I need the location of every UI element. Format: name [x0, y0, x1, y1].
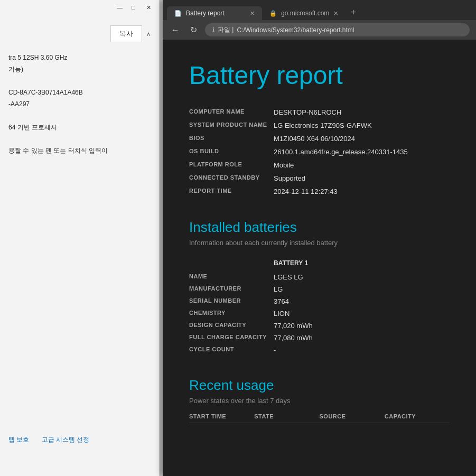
info-value: 26100.1.amd64fre.ge_release.240331-1435 — [274, 145, 450, 158]
info-label: SYSTEM PRODUCT NAME — [189, 119, 274, 132]
refresh-button[interactable]: ↻ — [187, 25, 200, 35]
battery-table: NAMELGES LGMANUFACTURERLGSERIAL NUMBER37… — [189, 271, 450, 356]
spec-line-3 — [8, 76, 151, 86]
info-value: Supported — [274, 172, 450, 185]
system-info-row: SYSTEM PRODUCT NAMELG Electronics 17Z90S… — [189, 119, 450, 132]
battery-col-header: BATTERY 1 — [274, 259, 450, 267]
system-info-row: BIOSM1ZI0450 X64 06/10/2024 — [189, 132, 450, 145]
chevron-icon: ∧ — [146, 31, 151, 38]
battery-info-row: CYCLE COUNT- — [189, 344, 450, 356]
bottom-links: 텝 보호 고급 시스템 선정 — [8, 435, 100, 444]
system-info-row: CONNECTED STANDBYSupported — [189, 172, 450, 185]
back-button[interactable]: ← — [169, 25, 182, 35]
usage-col-state: STATE — [254, 413, 319, 419]
left-panel: — □ ✕ 복사 ∧ tra 5 12SH 3.60 GHz 기능) CD-8A… — [0, 0, 160, 476]
info-value: DESKTOP-N6LROCH — [274, 106, 450, 119]
info-value: 2024-12-11 12:27:43 — [274, 185, 450, 198]
battery-label: SERIAL NUMBER — [189, 295, 274, 307]
battery-value: 77,020 mWh — [274, 320, 450, 332]
tab-close-icon[interactable]: ✕ — [250, 10, 255, 17]
info-value: LG Electronics 17Z90S-GAFWK — [274, 119, 450, 132]
advanced-settings-link[interactable]: 고급 시스템 선정 — [42, 436, 90, 443]
system-info-table: COMPUTER NAMEDESKTOP-N6LROCHSYSTEM PRODU… — [189, 106, 450, 198]
batteries-section-title: Installed batteries — [189, 219, 450, 236]
battery-value: 3764 — [274, 295, 450, 307]
info-label: COMPUTER NAME — [189, 106, 274, 119]
usage-col-start-time: START TIME — [189, 413, 254, 419]
battery-info-row: NAMELGES LG — [189, 271, 450, 283]
battery-info-row: FULL CHARGE CAPACITY77,080 mWh — [189, 332, 450, 344]
browser-title-bar: 📄 Battery report ✕ 🔒 go.microsoft.com ✕ … — [163, 0, 476, 20]
recent-usage-title: Recent usage — [189, 377, 450, 394]
info-value: M1ZI0450 X64 06/10/2024 — [274, 132, 450, 145]
spec-line-9: 용할 수 있는 펜 또는 터치식 입력이 — [8, 146, 151, 155]
battery-value: 77,080 mWh — [274, 332, 450, 344]
battery-label: FULL CHARGE CAPACITY — [189, 332, 274, 344]
battery-info-row: SERIAL NUMBER3764 — [189, 295, 450, 307]
new-tab-button[interactable]: + — [346, 4, 361, 20]
spec-line-6 — [8, 111, 151, 120]
copy-btn-row: 복사 ∧ — [8, 25, 151, 42]
battery-info-row: DESIGN CAPACITY77,020 mWh — [189, 320, 450, 332]
battery-label: CHEMISTRY — [189, 307, 274, 320]
recent-usage-subtitle: Power states over the last 7 days — [189, 397, 450, 405]
page-main-title: Battery report — [189, 61, 450, 90]
address-bar-row: ← ↻ ℹ 파일 | C:/Windows/System32/battery-r… — [163, 20, 476, 40]
spec-line-2: 기능) — [8, 64, 151, 74]
info-label: REPORT TIME — [189, 185, 274, 198]
address-box[interactable]: ℹ 파일 | C:/Windows/System32/battery-repor… — [205, 23, 470, 36]
battery-info-row: CHEMISTRYLION — [189, 307, 450, 320]
left-title-bar: — □ ✕ — [0, 0, 159, 15]
spec-line-8 — [8, 134, 151, 144]
battery-label: DESIGN CAPACITY — [189, 320, 274, 332]
active-tab-label: Battery report — [186, 10, 225, 17]
address-info-icon: ℹ — [212, 26, 214, 33]
battery-value: LGES LG — [274, 271, 450, 283]
battery-value: LG — [274, 283, 450, 295]
inactive-tab-close-icon[interactable]: ✕ — [333, 10, 338, 17]
info-label: PLATFORM ROLE — [189, 158, 274, 172]
tab-favicon-icon: 📄 — [174, 10, 182, 17]
battery-header: BATTERY 1 — [189, 259, 450, 267]
usage-col-capacity: CAPACITY — [385, 413, 450, 419]
address-url: C:/Windows/System32/battery-report.html — [237, 26, 354, 34]
browser-window: 📄 Battery report ✕ 🔒 go.microsoft.com ✕ … — [163, 0, 476, 476]
spec-line-1: tra 5 12SH 3.60 GHz — [8, 53, 151, 62]
usage-table-header: START TIME STATE SOURCE CAPACITY — [189, 413, 450, 423]
system-info-row: REPORT TIME2024-12-11 12:27:43 — [189, 185, 450, 198]
battery-value: LION — [274, 307, 450, 320]
address-separator: 파일 | — [218, 25, 234, 34]
info-label: BIOS — [189, 132, 274, 145]
system-info-row: COMPUTER NAMEDESKTOP-N6LROCH — [189, 106, 450, 119]
usage-col-source: SOURCE — [320, 413, 385, 419]
spec-line-5: -AA297 — [8, 99, 151, 109]
spec-line-7: 64 기반 프로세서 — [8, 123, 151, 132]
close-button[interactable]: ✕ — [146, 4, 153, 11]
battery-label: MANUFACTURER — [189, 283, 274, 295]
battery-label: CYCLE COUNT — [189, 344, 274, 356]
maximize-button[interactable]: □ — [132, 4, 138, 11]
system-info-row: OS BUILD26100.1.amd64fre.ge_release.2403… — [189, 145, 450, 158]
copy-button[interactable]: 복사 — [110, 25, 142, 42]
spec-line-4: CD-8A7C-3B0714A1A46B — [8, 88, 151, 97]
inactive-tab-label: go.microsoft.com — [281, 10, 329, 17]
battery-value: - — [274, 344, 450, 356]
active-tab[interactable]: 📄 Battery report ✕ — [167, 6, 262, 20]
battery-info-row: MANUFACTURERLG — [189, 283, 450, 295]
system-info-row: PLATFORM ROLEMobile — [189, 158, 450, 172]
browser-content: Battery report COMPUTER NAMEDESKTOP-N6LR… — [163, 40, 476, 476]
info-label: OS BUILD — [189, 145, 274, 158]
battery-label: NAME — [189, 271, 274, 283]
left-content: 복사 ∧ tra 5 12SH 3.60 GHz 기능) CD-8A7C-3B0… — [0, 15, 159, 168]
minimize-button[interactable]: — — [117, 4, 123, 11]
batteries-section-subtitle: Information about each currently install… — [189, 239, 450, 247]
info-label: CONNECTED STANDBY — [189, 172, 274, 185]
inactive-tab[interactable]: 🔒 go.microsoft.com ✕ — [262, 6, 346, 20]
info-value: Mobile — [274, 158, 450, 172]
inactive-tab-favicon: 🔒 — [269, 10, 277, 17]
system-protection-link[interactable]: 텝 보호 — [8, 436, 29, 443]
